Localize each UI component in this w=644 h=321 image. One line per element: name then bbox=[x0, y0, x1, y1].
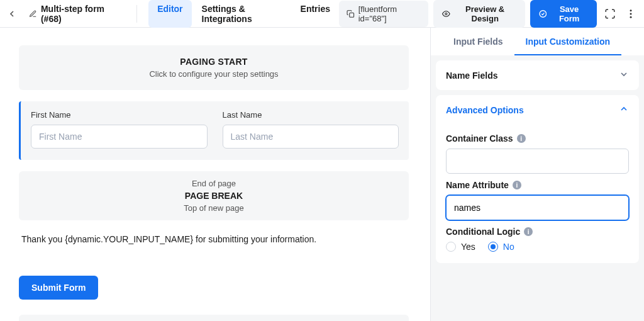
accordion-advanced-body: Container Class i Name Attribute i Condi… bbox=[436, 125, 639, 263]
page-break-top-line: Top of new page bbox=[29, 203, 399, 213]
shortcode-button[interactable]: [fluentform id="68"] bbox=[339, 1, 428, 27]
check-circle-icon bbox=[539, 9, 547, 18]
first-name-column: First Name bbox=[31, 110, 208, 149]
last-name-label: Last Name bbox=[223, 110, 399, 120]
svg-point-5 bbox=[630, 16, 632, 18]
topbar: Multi-step form (#68) Editor Settings & … bbox=[0, 0, 644, 28]
chevron-left-icon bbox=[7, 9, 17, 19]
tab-input-fields[interactable]: Input Fields bbox=[442, 28, 514, 55]
conditional-logic-label: Conditional Logic i bbox=[446, 227, 629, 237]
tab-settings[interactable]: Settings & Integrations bbox=[193, 0, 291, 28]
vertical-divider bbox=[136, 5, 137, 23]
accordion-name-fields-header[interactable]: Name Fields bbox=[436, 60, 639, 90]
page-break-title: PAGE BREAK bbox=[29, 191, 399, 201]
last-name-column: Last Name bbox=[223, 110, 399, 149]
eye-icon bbox=[442, 9, 450, 18]
last-name-input[interactable] bbox=[223, 125, 399, 149]
svg-point-4 bbox=[630, 13, 632, 14]
top-tabs: Editor Settings & Integrations Entries bbox=[148, 0, 339, 28]
shortcode-text: [fluentform id="68"] bbox=[358, 4, 421, 23]
container-class-label: Container Class i bbox=[446, 133, 629, 144]
tab-editor[interactable]: Editor bbox=[148, 0, 191, 28]
radio-no-label: No bbox=[503, 242, 514, 252]
chevron-up-icon bbox=[619, 104, 629, 116]
svg-point-3 bbox=[630, 9, 632, 11]
bottom-placeholder-block[interactable] bbox=[19, 315, 409, 321]
name-attribute-input[interactable] bbox=[446, 195, 629, 220]
first-name-label: First Name bbox=[31, 110, 208, 120]
form-title[interactable]: Multi-step form (#68) bbox=[24, 4, 125, 24]
editor-canvas: PAGING START Click to configure your ste… bbox=[0, 28, 430, 321]
main-area: PAGING START Click to configure your ste… bbox=[0, 28, 644, 321]
info-icon[interactable]: i bbox=[513, 181, 521, 189]
topbar-right: [fluentform id="68"] Preview & Design Sa… bbox=[339, 0, 639, 28]
preview-button[interactable]: Preview & Design bbox=[433, 0, 525, 28]
sidebar-tabs: Input Fields Input Customization bbox=[431, 28, 644, 55]
svg-point-1 bbox=[445, 13, 447, 14]
page-break-block[interactable]: End of page PAGE BREAK Top of new page bbox=[19, 171, 409, 220]
fields-row: First Name Last Name bbox=[31, 110, 399, 149]
name-fields-block[interactable]: First Name Last Name bbox=[19, 101, 409, 160]
info-icon[interactable]: i bbox=[517, 134, 526, 143]
svg-rect-0 bbox=[350, 13, 354, 17]
radio-dot bbox=[446, 242, 456, 252]
accordion-advanced-title: Advanced Options bbox=[446, 105, 524, 115]
container-class-input[interactable] bbox=[446, 149, 629, 174]
name-attribute-label: Name Attribute i bbox=[446, 180, 629, 190]
sidebar-body: Name Fields Advanced Options bbox=[431, 55, 644, 321]
more-button[interactable] bbox=[623, 5, 639, 23]
tab-input-customization[interactable]: Input Customization bbox=[514, 28, 622, 55]
fullscreen-button[interactable] bbox=[602, 5, 618, 23]
thankyou-text-block[interactable]: Thank you {dynamic.YOUR_INPUT_NAME} for … bbox=[19, 234, 409, 244]
form-title-text: Multi-step form (#68) bbox=[41, 4, 120, 24]
pencil-icon bbox=[29, 9, 37, 18]
paging-start-title: PAGING START bbox=[29, 57, 399, 67]
maximize-icon bbox=[604, 8, 616, 20]
info-icon[interactable]: i bbox=[524, 227, 533, 236]
canvas-inner: PAGING START Click to configure your ste… bbox=[19, 45, 409, 321]
radio-yes-label: Yes bbox=[461, 242, 475, 252]
radio-dot bbox=[488, 242, 498, 252]
first-name-input[interactable] bbox=[31, 125, 208, 149]
accordion-name-fields: Name Fields bbox=[436, 60, 639, 90]
accordion-name-fields-title: Name Fields bbox=[446, 70, 497, 81]
topbar-left: Multi-step form (#68) Editor Settings & … bbox=[5, 0, 339, 28]
accordion-advanced-options: Advanced Options Container Class i Name … bbox=[436, 95, 639, 263]
paging-start-subtitle: Click to configure your step settings bbox=[29, 69, 399, 79]
more-vertical-icon bbox=[625, 8, 636, 20]
tab-entries[interactable]: Entries bbox=[292, 0, 339, 28]
save-button[interactable]: Save Form bbox=[530, 0, 597, 28]
back-button[interactable] bbox=[5, 6, 19, 21]
copy-icon bbox=[347, 9, 355, 18]
accordion-advanced-header[interactable]: Advanced Options bbox=[436, 95, 639, 125]
sidebar: Input Fields Input Customization Name Fi… bbox=[430, 28, 644, 321]
save-label: Save Form bbox=[550, 4, 588, 23]
paging-start-block[interactable]: PAGING START Click to configure your ste… bbox=[19, 45, 409, 90]
submit-button[interactable]: Submit Form bbox=[19, 276, 98, 300]
page-break-end-line: End of page bbox=[29, 179, 399, 188]
chevron-down-icon bbox=[619, 69, 629, 81]
radio-yes[interactable]: Yes bbox=[446, 242, 475, 252]
preview-label: Preview & Design bbox=[454, 4, 516, 23]
radio-no[interactable]: No bbox=[488, 242, 514, 252]
conditional-logic-options: Yes No bbox=[446, 242, 629, 252]
